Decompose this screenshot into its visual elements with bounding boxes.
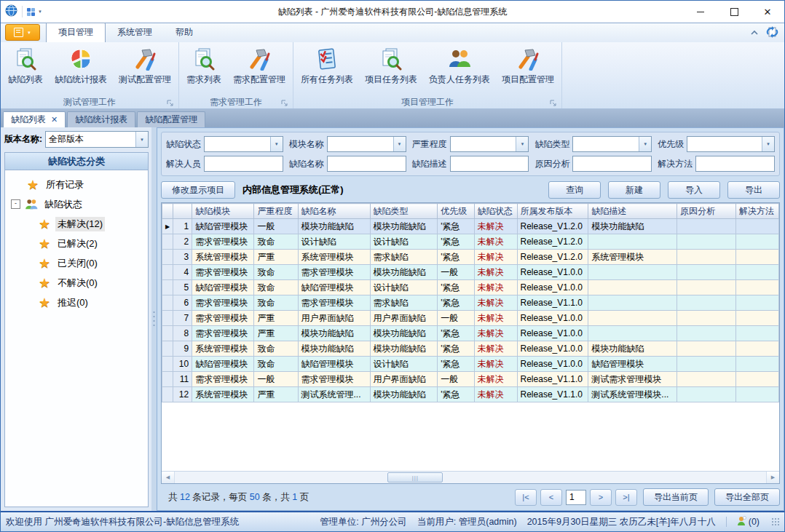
- table-cell[interactable]: 需求缺陷: [370, 250, 438, 265]
- column-header[interactable]: 原因分析: [677, 204, 736, 219]
- table-cell[interactable]: 未解决: [474, 280, 517, 295]
- table-cell[interactable]: 一般: [438, 265, 475, 280]
- table-cell[interactable]: 需求管理模块: [298, 295, 370, 311]
- table-cell[interactable]: Release_V1.0.0: [517, 341, 588, 357]
- table-row[interactable]: ▶1缺陷管理模块一般模块功能缺陷模块功能缺陷'紧急未解决Release_V1.2…: [162, 219, 779, 234]
- table-cell[interactable]: 缺陷管理模块: [298, 280, 370, 295]
- filter-input-field[interactable]: [328, 156, 406, 171]
- filter-input-field[interactable]: [328, 137, 393, 151]
- table-cell[interactable]: 致命: [254, 341, 298, 357]
- filter-combo[interactable]: ▼: [450, 136, 529, 152]
- document-tab[interactable]: 缺陷列表✕: [3, 111, 66, 127]
- table-cell[interactable]: '紧急: [438, 357, 475, 372]
- last-page-button[interactable]: >|: [615, 489, 637, 506]
- table-cell[interactable]: '紧急: [438, 341, 475, 357]
- table-cell[interactable]: [677, 250, 736, 265]
- table-cell[interactable]: 模块功能缺陷: [370, 341, 438, 357]
- table-cell[interactable]: 需求管理模块: [192, 326, 254, 341]
- table-row[interactable]: 2需求管理模块致命设计缺陷设计缺陷'紧急未解决Release_V1.2.0: [162, 234, 779, 250]
- table-cell[interactable]: [588, 234, 677, 250]
- table-row[interactable]: 6需求管理模块致命需求管理模块需求缺陷'紧急未解决Release_V1.1.0: [162, 295, 779, 311]
- table-cell[interactable]: '紧急: [438, 234, 475, 250]
- table-cell[interactable]: [677, 219, 736, 234]
- table-cell[interactable]: 模块功能缺陷: [298, 326, 370, 341]
- page-number-input[interactable]: [566, 490, 586, 505]
- table-row[interactable]: 9系统管理模块致命模块功能缺陷模块功能缺陷'紧急未解决Release_V1.0.…: [162, 341, 779, 357]
- table-cell[interactable]: 模块功能缺陷: [588, 341, 677, 357]
- ribbon-button[interactable]: 需求配置管理: [227, 44, 291, 86]
- table-cell[interactable]: 模块功能缺陷: [370, 219, 438, 234]
- table-cell[interactable]: 未解决: [474, 357, 517, 372]
- table-cell[interactable]: [736, 372, 779, 387]
- table-cell[interactable]: Release_V1.0.0: [517, 265, 588, 280]
- column-header[interactable]: 解决方法: [736, 204, 779, 219]
- export-all-pages-button[interactable]: 导出全部页: [714, 488, 780, 506]
- table-cell[interactable]: 测试系统管理模块...: [588, 387, 677, 402]
- ribbon-button[interactable]: 需求列表: [181, 44, 227, 86]
- filter-input[interactable]: [450, 156, 529, 172]
- table-cell[interactable]: 致命: [254, 357, 298, 372]
- table-cell[interactable]: 系统管理模块: [192, 250, 254, 265]
- table-cell[interactable]: 一般: [438, 372, 475, 387]
- column-header[interactable]: 缺陷状态: [474, 204, 517, 219]
- dropdown-arrow-icon[interactable]: ▼: [393, 137, 406, 151]
- horizontal-scrollbar[interactable]: ◀ ||| ▶: [162, 471, 779, 483]
- table-cell[interactable]: 用户界面缺陷: [370, 311, 438, 326]
- table-cell[interactable]: '紧急: [438, 250, 475, 265]
- prev-page-button[interactable]: <: [540, 489, 562, 506]
- table-cell[interactable]: 模块功能缺陷: [370, 265, 438, 280]
- table-cell[interactable]: Release_V1.0.0: [517, 326, 588, 341]
- table-cell[interactable]: [736, 357, 779, 372]
- table-cell[interactable]: 缺陷管理模块: [588, 357, 677, 372]
- ribbon-button[interactable]: 负责人任务列表: [423, 44, 496, 86]
- table-cell[interactable]: 未解决: [474, 250, 517, 265]
- query-button[interactable]: 查询: [548, 181, 601, 199]
- collapse-ribbon-icon[interactable]: [750, 30, 759, 37]
- table-cell[interactable]: 致命: [254, 295, 298, 311]
- tree-item[interactable]: -缺陷状态: [5, 194, 148, 214]
- title-bar[interactable]: ▼ 缺陷列表 - 广州爱奇迪软件科技有限公司-缺陷信息管理系统 ✕: [1, 1, 784, 23]
- table-row[interactable]: 4需求管理模块致命需求管理模块模块功能缺陷一般未解决Release_V1.0.0: [162, 265, 779, 280]
- table-cell[interactable]: 测试需求管理模块: [588, 372, 677, 387]
- filter-input-field[interactable]: [205, 137, 270, 151]
- table-cell[interactable]: 需求管理模块: [298, 372, 370, 387]
- ribbon-button[interactable]: 测试配置管理: [113, 44, 177, 86]
- table-cell[interactable]: Release_V1.1.0: [517, 295, 588, 311]
- scrollbar-track[interactable]: |||: [175, 472, 766, 483]
- column-header[interactable]: 缺陷模块: [192, 204, 254, 219]
- table-cell[interactable]: 未解决: [474, 326, 517, 341]
- table-cell[interactable]: 系统管理模块: [192, 387, 254, 402]
- table-cell[interactable]: 模块功能缺陷: [370, 326, 438, 341]
- table-cell[interactable]: [677, 311, 736, 326]
- ribbon-tab[interactable]: 项目管理: [46, 23, 106, 42]
- table-row[interactable]: 3系统管理模块严重系统管理模块需求缺陷'紧急未解决Release_V1.2.0系…: [162, 250, 779, 265]
- table-cell[interactable]: [736, 280, 779, 295]
- table-cell[interactable]: [736, 265, 779, 280]
- maximize-button[interactable]: [717, 1, 751, 23]
- table-cell[interactable]: 一般: [438, 311, 475, 326]
- table-cell[interactable]: 未解决: [474, 265, 517, 280]
- table-cell[interactable]: [736, 250, 779, 265]
- filter-combo[interactable]: ▼: [687, 136, 775, 152]
- filter-input-field[interactable]: [451, 137, 516, 151]
- ribbon-tab[interactable]: 帮助: [164, 23, 205, 42]
- table-row[interactable]: 5缺陷管理模块致命缺陷管理模块设计缺陷'紧急未解决Release_V1.0.0: [162, 280, 779, 295]
- ribbon-button[interactable]: 所有任务列表: [295, 44, 359, 86]
- tree-item[interactable]: ★所有记录: [5, 175, 148, 194]
- table-cell[interactable]: Release_V1.2.0: [517, 219, 588, 234]
- table-cell[interactable]: [736, 234, 779, 250]
- table-cell[interactable]: 缺陷管理模块: [298, 357, 370, 372]
- table-row[interactable]: 8需求管理模块严重模块功能缺陷模块功能缺陷'紧急未解决Release_V1.0.…: [162, 326, 779, 341]
- dropdown-arrow-icon[interactable]: ▼: [639, 137, 651, 151]
- table-cell[interactable]: 用户界面缺陷: [370, 372, 438, 387]
- table-cell[interactable]: 设计缺陷: [370, 357, 438, 372]
- table-cell[interactable]: 未解决: [474, 387, 517, 402]
- table-cell[interactable]: [677, 326, 736, 341]
- table-cell[interactable]: 一般: [254, 219, 298, 234]
- table-cell[interactable]: 需求管理模块: [192, 265, 254, 280]
- table-cell[interactable]: 系统管理模块: [298, 250, 370, 265]
- table-cell[interactable]: 未解决: [474, 295, 517, 311]
- filter-input[interactable]: [695, 156, 775, 172]
- table-cell[interactable]: 模块功能缺陷: [298, 219, 370, 234]
- table-cell[interactable]: 致命: [254, 280, 298, 295]
